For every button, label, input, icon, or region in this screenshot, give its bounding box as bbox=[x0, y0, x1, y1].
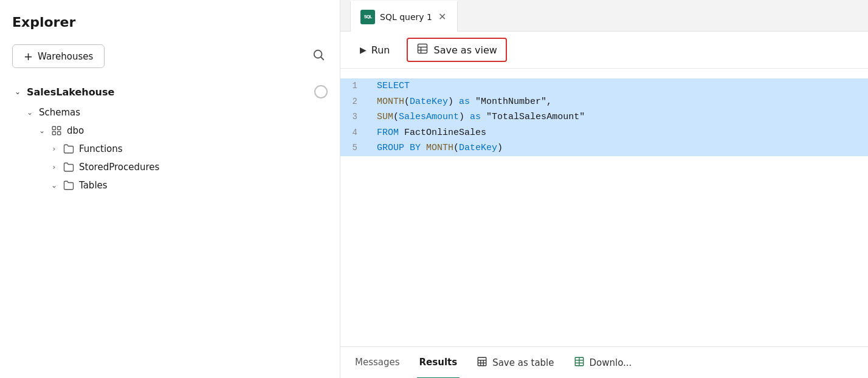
code-editor[interactable]: 1 SELECT 2 MONTH(DateKey) as "MonthNumbe… bbox=[340, 69, 868, 346]
tree-item-schemas[interactable]: ⌄ Schemas bbox=[0, 103, 340, 122]
tree-label-saleslakehouse: SalesLakehouse bbox=[27, 86, 114, 98]
tab-close-button[interactable]: ✕ bbox=[437, 12, 447, 22]
explorer-toolbar: + Warehouses bbox=[0, 40, 340, 75]
chevron-down-icon: ⌄ bbox=[24, 107, 35, 118]
sql-file-icon: SQL bbox=[360, 10, 375, 24]
tab-bar: SQL SQL query 1 ✕ bbox=[340, 0, 868, 32]
download-label: Downlo... bbox=[590, 357, 632, 368]
editor-toolbar: ▶ Run Save as view bbox=[340, 32, 868, 69]
svg-rect-3 bbox=[58, 126, 61, 129]
line-number-1: 1 bbox=[340, 79, 370, 94]
tab-sql-query-1[interactable]: SQL SQL query 1 ✕ bbox=[350, 1, 458, 32]
code-content-4: FROM FactOnlineSales bbox=[370, 125, 868, 141]
folder-icon bbox=[63, 162, 74, 173]
svg-rect-5 bbox=[58, 132, 61, 135]
line-number-3: 3 bbox=[340, 110, 370, 125]
folder-icon bbox=[63, 143, 74, 154]
tab-messages[interactable]: Messages bbox=[353, 347, 402, 379]
explorer-panel: Explorer + Warehouses ⌄ SalesLakehouse ⌄… bbox=[0, 0, 340, 378]
table-icon bbox=[477, 356, 487, 369]
svg-rect-4 bbox=[52, 132, 55, 135]
tree-label-storedprocedures: StoredProcedures bbox=[79, 162, 159, 173]
svg-rect-10 bbox=[478, 357, 486, 366]
tree-section: ⌄ SalesLakehouse ⌄ Schemas ⌄ dbo bbox=[0, 75, 340, 199]
line-number-4: 4 bbox=[340, 126, 370, 140]
save-as-table-button[interactable]: Save as table bbox=[474, 356, 556, 369]
tab-label: SQL query 1 bbox=[380, 12, 432, 22]
loading-indicator bbox=[314, 85, 328, 98]
save-view-label: Save as view bbox=[433, 44, 497, 56]
chevron-right-icon: › bbox=[49, 143, 60, 154]
tree-item-functions[interactable]: › Functions bbox=[0, 140, 340, 158]
explorer-title: Explorer bbox=[0, 0, 340, 40]
line-number-5: 5 bbox=[340, 141, 370, 156]
tree-label-schemas: Schemas bbox=[39, 107, 80, 118]
chevron-down-icon: ⌄ bbox=[12, 86, 23, 97]
plus-icon: + bbox=[24, 50, 33, 63]
schema-icon bbox=[51, 125, 62, 136]
chevron-down-icon: ⌄ bbox=[36, 125, 47, 136]
code-line-5: 5 GROUP BY MONTH(DateKey) bbox=[340, 140, 868, 156]
tree-label-functions: Functions bbox=[79, 143, 123, 154]
chevron-right-icon: › bbox=[49, 162, 60, 173]
editor-panel: SQL SQL query 1 ✕ ▶ Run Save as view bbox=[340, 0, 868, 378]
save-view-icon bbox=[416, 43, 429, 57]
tree-item-storedprocedures[interactable]: › StoredProcedures bbox=[0, 158, 340, 176]
svg-line-1 bbox=[321, 57, 323, 60]
code-content-1: SELECT bbox=[370, 78, 868, 94]
warehouses-label: Warehouses bbox=[38, 51, 93, 62]
code-content-5: GROUP BY MONTH(DateKey) bbox=[370, 140, 868, 156]
excel-icon bbox=[574, 356, 585, 369]
tab-results[interactable]: Results bbox=[417, 347, 460, 379]
save-as-view-button[interactable]: Save as view bbox=[407, 38, 506, 62]
code-content-2: MONTH(DateKey) as "MonthNumber", bbox=[370, 94, 868, 110]
svg-point-0 bbox=[314, 50, 322, 58]
svg-rect-6 bbox=[418, 44, 427, 53]
svg-rect-2 bbox=[52, 126, 55, 129]
code-line-3: 3 SUM(SalesAmount) as "TotalSalesAmount" bbox=[340, 109, 868, 125]
code-content-3: SUM(SalesAmount) as "TotalSalesAmount" bbox=[370, 109, 868, 125]
bottom-tabs: Messages Results Save as table bbox=[340, 346, 868, 378]
tree-label-tables: Tables bbox=[79, 180, 108, 191]
search-button[interactable] bbox=[309, 46, 328, 67]
tree-item-tables[interactable]: ⌄ Tables bbox=[0, 176, 340, 194]
save-as-table-label: Save as table bbox=[492, 357, 554, 368]
messages-tab-label: Messages bbox=[355, 357, 400, 368]
search-icon bbox=[312, 48, 325, 61]
run-button[interactable]: ▶ Run bbox=[353, 41, 397, 60]
line-number-2: 2 bbox=[340, 95, 370, 109]
code-line-2: 2 MONTH(DateKey) as "MonthNumber", bbox=[340, 94, 868, 110]
play-icon: ▶ bbox=[360, 45, 367, 55]
tree-item-saleslakehouse[interactable]: ⌄ SalesLakehouse bbox=[0, 80, 340, 103]
results-tab-label: Results bbox=[419, 357, 458, 368]
code-line-4: 4 FROM FactOnlineSales bbox=[340, 125, 868, 141]
code-line-1: 1 SELECT bbox=[340, 78, 868, 94]
download-button[interactable]: Downlo... bbox=[571, 356, 635, 369]
add-warehouses-button[interactable]: + Warehouses bbox=[12, 44, 105, 68]
tree-label-dbo: dbo bbox=[67, 125, 84, 136]
chevron-down-icon: ⌄ bbox=[49, 180, 60, 191]
run-label: Run bbox=[371, 44, 390, 56]
folder-icon bbox=[63, 180, 74, 191]
tree-item-dbo[interactable]: ⌄ dbo bbox=[0, 122, 340, 140]
